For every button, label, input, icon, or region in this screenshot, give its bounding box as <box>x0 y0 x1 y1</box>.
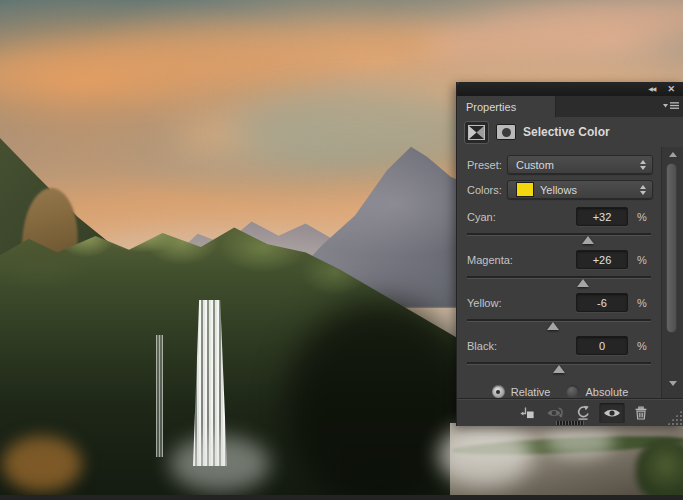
black-unit: % <box>637 340 653 352</box>
panel-body: Preset: Custom Colors: Yellows <box>457 147 683 398</box>
adjustment-icon-button[interactable] <box>464 121 489 144</box>
close-panel-button[interactable]: ✕ <box>667 85 675 94</box>
mask-circle-icon <box>502 128 511 137</box>
magenta-group: Magenta: +26 % <box>467 250 653 285</box>
autumn-foliage <box>2 436 82 492</box>
colors-row: Colors: Yellows <box>467 180 653 199</box>
panel-titlebar: ◀◀ ✕ <box>457 82 683 96</box>
cyan-value: +32 <box>593 211 612 223</box>
waterfall-thin <box>156 335 163 457</box>
yellow-unit: % <box>637 297 653 309</box>
colors-label: Colors: <box>467 184 507 196</box>
cyan-unit: % <box>637 211 653 223</box>
yellow-label: Yellow: <box>467 297 507 309</box>
yellow-value: -6 <box>597 297 607 309</box>
resize-grip-icon[interactable] <box>667 410 682 425</box>
black-group: Black: 0 % <box>467 336 653 371</box>
yellow-group: Yellow: -6 % <box>467 293 653 328</box>
view-previous-state-icon <box>546 406 564 420</box>
color-swatch <box>516 182 534 197</box>
waterfall-mist <box>170 436 270 492</box>
panel-tabbar: Properties <box>457 96 683 117</box>
adjustment-title: Selective Color <box>523 125 610 139</box>
scroll-down-icon[interactable] <box>669 381 677 386</box>
photoshop-workspace: ◀◀ ✕ Properties <box>0 0 683 500</box>
colors-select[interactable]: Yellows <box>507 180 653 199</box>
updown-arrows-icon <box>640 185 646 195</box>
cyan-label: Cyan: <box>467 211 507 223</box>
magenta-value: +26 <box>593 254 612 266</box>
preset-row: Preset: Custom <box>467 155 653 174</box>
clip-to-layer-icon <box>519 405 535 421</box>
visibility-eye-icon <box>603 407 621 419</box>
scroll-up-icon[interactable] <box>669 152 677 157</box>
radio-relative-label: Relative <box>511 386 551 398</box>
yellow-value-input[interactable]: -6 <box>576 293 628 312</box>
black-slider-thumb[interactable] <box>553 365 565 373</box>
radio-relative-circle <box>492 385 505 398</box>
foliage-right <box>636 440 683 500</box>
tab-properties[interactable]: Properties <box>457 96 556 117</box>
collapse-to-icons-button[interactable]: ◀◀ <box>648 86 655 92</box>
magenta-slider-thumb[interactable] <box>577 279 589 287</box>
canvas-edge-strip <box>0 495 683 500</box>
black-value-input[interactable]: 0 <box>576 336 628 355</box>
radio-absolute-circle <box>566 385 579 398</box>
layer-mask-thumbnail[interactable] <box>496 124 516 140</box>
cyan-slider[interactable] <box>467 233 651 235</box>
reset-button[interactable] <box>571 403 595 423</box>
black-label: Black: <box>467 340 507 352</box>
black-slider[interactable] <box>467 362 651 364</box>
radio-absolute[interactable]: Absolute <box>566 385 628 398</box>
colors-value: Yellows <box>540 184 640 196</box>
clip-to-layer-button[interactable] <box>515 403 539 423</box>
scrollbar-thumb[interactable] <box>666 163 677 333</box>
radio-relative[interactable]: Relative <box>492 385 551 398</box>
magenta-slider[interactable] <box>467 276 651 278</box>
selective-color-icon <box>468 125 485 140</box>
spray-mist <box>545 424 615 458</box>
radio-absolute-label: Absolute <box>585 386 628 398</box>
panel-menu-button[interactable] <box>663 101 679 114</box>
yellow-slider[interactable] <box>467 319 651 321</box>
magenta-label: Magenta: <box>467 254 507 266</box>
updown-arrows-icon <box>640 160 646 170</box>
preset-value: Custom <box>516 159 640 171</box>
preset-select[interactable]: Custom <box>507 155 653 174</box>
adjustment-header: Selective Color <box>457 117 683 147</box>
magenta-unit: % <box>637 254 653 266</box>
panel-menu-icon <box>663 101 679 112</box>
black-value: 0 <box>599 340 605 352</box>
toggle-visibility-button[interactable] <box>599 403 625 423</box>
yellow-slider-thumb[interactable] <box>547 322 559 330</box>
cyan-value-input[interactable]: +32 <box>576 207 628 226</box>
preset-label: Preset: <box>467 159 507 171</box>
tab-properties-label: Properties <box>466 101 516 113</box>
magenta-value-input[interactable]: +26 <box>576 250 628 269</box>
method-radios: Relative Absolute <box>467 385 653 398</box>
scrollbar[interactable] <box>661 147 683 398</box>
delete-adjustment-button[interactable] <box>629 403 653 423</box>
panel-content: Preset: Custom Colors: Yellows <box>457 147 661 398</box>
panel-toolbar <box>457 398 683 426</box>
trash-icon <box>633 405 649 421</box>
reset-icon <box>575 405 591 421</box>
cyan-group: Cyan: +32 % <box>467 207 653 242</box>
panel-resize-handle[interactable] <box>556 421 584 425</box>
view-previous-state-button[interactable] <box>543 403 567 423</box>
cyan-slider-thumb[interactable] <box>582 236 594 244</box>
cliff-mist <box>438 424 533 486</box>
properties-panel: ◀◀ ✕ Properties <box>456 82 683 426</box>
